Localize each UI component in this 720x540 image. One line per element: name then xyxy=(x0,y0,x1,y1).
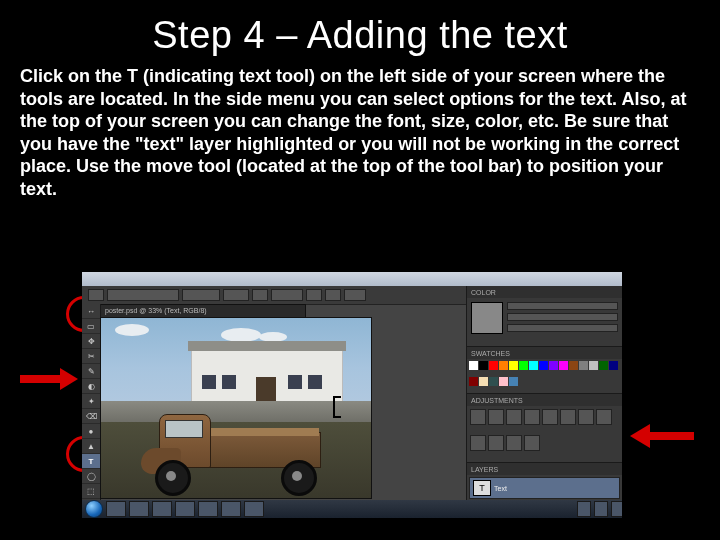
canvas[interactable] xyxy=(100,317,372,499)
adjustment-icon[interactable] xyxy=(560,409,576,425)
adjustment-icon[interactable] xyxy=(524,435,540,451)
taskbar-button[interactable] xyxy=(198,501,218,517)
slide-title: Step 4 – Adding the text xyxy=(0,0,720,57)
swatch[interactable] xyxy=(499,361,508,370)
windows-taskbar[interactable] xyxy=(82,500,622,518)
text-insertion-cursor xyxy=(333,396,341,418)
foreground-swatch[interactable] xyxy=(471,302,503,334)
slide-body: Click on the T (indicating text tool) on… xyxy=(0,57,720,200)
marquee-tool[interactable]: ▭ xyxy=(82,319,100,334)
eraser-tool[interactable]: ⌫ xyxy=(82,409,100,424)
adjustments-panel[interactable]: ADJUSTMENTS xyxy=(467,394,622,463)
swatch[interactable] xyxy=(559,361,568,370)
swatch[interactable] xyxy=(519,361,528,370)
pen-tool[interactable]: ▲ xyxy=(82,439,100,454)
adjustment-icon[interactable] xyxy=(506,435,522,451)
swatches-panel[interactable]: SWATCHES xyxy=(467,347,622,394)
tray-icon[interactable] xyxy=(594,501,608,517)
swatch[interactable] xyxy=(599,361,608,370)
swatch[interactable] xyxy=(539,361,548,370)
swatch[interactable] xyxy=(609,361,618,370)
window-titlebar xyxy=(82,272,622,286)
swatch[interactable] xyxy=(479,377,488,386)
taskbar-button[interactable] xyxy=(244,501,264,517)
adjustment-icon[interactable] xyxy=(596,409,612,425)
swatch[interactable] xyxy=(469,377,478,386)
slider-b[interactable] xyxy=(507,324,618,332)
adjustment-icon[interactable] xyxy=(506,409,522,425)
slider-r[interactable] xyxy=(507,302,618,310)
lasso-tool[interactable]: ✥ xyxy=(82,334,100,349)
adjustment-icon[interactable] xyxy=(488,409,504,425)
taskbar-button[interactable] xyxy=(175,501,195,517)
tray-icon[interactable] xyxy=(577,501,591,517)
tools-panel: ↔ ▭ ✥ ✂ ✎ ◐ ✦ ⌫ ● ▲ T ◯ ⬚ xyxy=(82,304,101,500)
healing-tool[interactable]: ✦ xyxy=(82,394,100,409)
adjustments-panel-header: ADJUSTMENTS xyxy=(467,394,622,406)
photoshop-window: poster.psd @ 33% (Text, RGB/8) ↔ ▭ ✥ ✂ ✎… xyxy=(82,272,622,518)
taskbar-button[interactable] xyxy=(129,501,149,517)
adjustment-icon[interactable] xyxy=(524,409,540,425)
swatch[interactable] xyxy=(549,361,558,370)
brush-tool[interactable]: ◐ xyxy=(82,379,100,394)
swatch[interactable] xyxy=(469,361,478,370)
gradient-tool[interactable]: ● xyxy=(82,424,100,439)
swatch[interactable] xyxy=(529,361,538,370)
swatch[interactable] xyxy=(569,361,578,370)
adjustment-icon[interactable] xyxy=(542,409,558,425)
taskbar-button[interactable] xyxy=(152,501,172,517)
swatch[interactable] xyxy=(589,361,598,370)
layers-panel-header: LAYERS xyxy=(467,463,622,475)
swatch[interactable] xyxy=(489,361,498,370)
swatch[interactable] xyxy=(489,377,498,386)
taskbar-button[interactable] xyxy=(221,501,241,517)
eyedropper-tool[interactable]: ✎ xyxy=(82,364,100,379)
callout-arrow-toolbar xyxy=(20,368,78,390)
callout-arrow-layers xyxy=(628,424,694,448)
taskbar-button[interactable] xyxy=(106,501,126,517)
slide: Step 4 – Adding the text Click on the T … xyxy=(0,0,720,540)
adjustment-icon[interactable] xyxy=(488,435,504,451)
swatch[interactable] xyxy=(509,377,518,386)
crop-tool[interactable]: ✂ xyxy=(82,349,100,364)
photo-old-truck xyxy=(101,318,371,498)
swatch[interactable] xyxy=(579,361,588,370)
move-tool[interactable]: ↔ xyxy=(82,304,100,319)
document-tab[interactable]: poster.psd @ 33% (Text, RGB/8) xyxy=(100,304,306,318)
swatches-panel-header: SWATCHES xyxy=(467,347,622,359)
color-panel[interactable]: COLOR xyxy=(467,286,622,347)
hand-tool[interactable]: ⬚ xyxy=(82,484,100,499)
tray-icon[interactable] xyxy=(611,501,622,517)
text-tool[interactable]: T xyxy=(82,454,100,469)
swatch[interactable] xyxy=(479,361,488,370)
layer-thumb-icon: T xyxy=(473,480,491,496)
shape-tool[interactable]: ◯ xyxy=(82,469,100,484)
color-panel-header: COLOR xyxy=(467,286,622,298)
layer-name: Text xyxy=(494,485,507,492)
panel-dock: COLOR SWATCHES ADJUSTMENTS xyxy=(466,286,622,500)
swatch[interactable] xyxy=(509,361,518,370)
layer-text[interactable]: T Text xyxy=(469,477,620,499)
swatch[interactable] xyxy=(499,377,508,386)
slider-g[interactable] xyxy=(507,313,618,321)
adjustment-icon[interactable] xyxy=(470,435,486,451)
adjustment-icon[interactable] xyxy=(470,409,486,425)
adjustment-icon[interactable] xyxy=(578,409,594,425)
screenshot: poster.psd @ 33% (Text, RGB/8) ↔ ▭ ✥ ✂ ✎… xyxy=(82,272,622,518)
start-button[interactable] xyxy=(85,500,103,518)
